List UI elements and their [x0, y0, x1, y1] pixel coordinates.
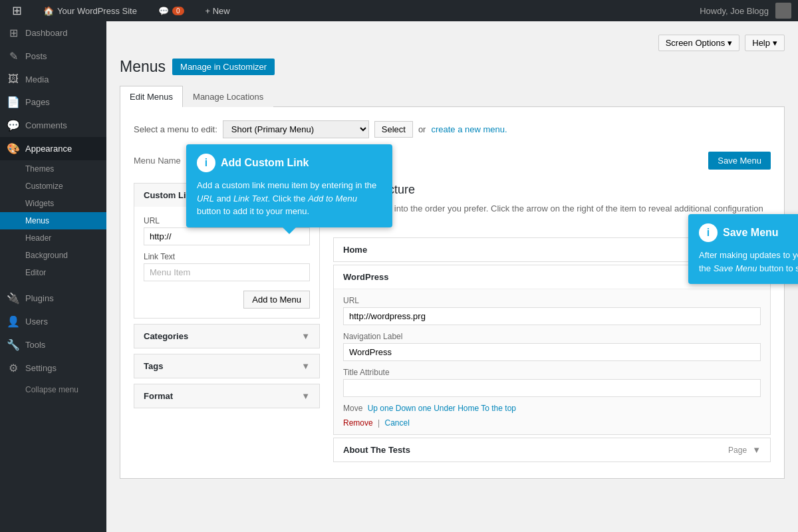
plugins-icon: 🔌: [7, 292, 20, 305]
sidebar-item-posts[interactable]: ✎ Posts: [0, 45, 106, 68]
tools-icon: 🔧: [7, 338, 20, 351]
site-name-button[interactable]: 🏠 Your WordPress Site: [38, 0, 142, 21]
wordpress-nav-label-input[interactable]: [343, 343, 761, 361]
tooltip-save-menu: i Save Menu After making updates to your…: [688, 214, 798, 284]
tooltip-custom-link-icon: i: [197, 154, 215, 172]
sidebar-subitem-menus[interactable]: Menus: [0, 212, 106, 229]
link-text-input[interactable]: [144, 263, 310, 281]
page-title: Menus: [120, 58, 166, 76]
accordion-format: Format ▼: [134, 384, 320, 408]
menu-name-label: Menu Name: [134, 156, 181, 166]
create-new-menu-link[interactable]: create a new menu.: [431, 124, 507, 134]
categories-title: Categories: [144, 331, 188, 341]
sidebar-item-label: Plugins: [25, 293, 54, 303]
remove-link[interactable]: Remove: [343, 418, 373, 428]
sidebar-item-users[interactable]: 👤 Users: [0, 310, 106, 333]
accordion-header-categories[interactable]: Categories ▼: [134, 325, 319, 348]
about-tests-type: Page: [728, 446, 747, 455]
collapse-menu-button[interactable]: Collapse menu: [0, 380, 106, 400]
remove-cancel-row: Remove | Cancel: [343, 418, 761, 428]
sidebar-item-label: Users: [25, 317, 48, 327]
menu-structure-title: Menu Structure: [333, 183, 771, 197]
tab-edit-menus[interactable]: Edit Menus: [120, 86, 183, 107]
sidebar-subitem-editor[interactable]: Editor: [0, 264, 106, 281]
format-title: Format: [144, 391, 173, 401]
tooltip-custom-link-title: i Add Custom Link: [197, 154, 382, 172]
comments-button[interactable]: 💬 0: [153, 0, 190, 21]
sidebar-item-appearance[interactable]: 🎨 Appearance: [0, 137, 106, 160]
tooltip-add-custom-link: i Add Custom Link Add a custom link menu…: [186, 144, 392, 227]
sidebar-item-pages[interactable]: 📄 Pages: [0, 90, 106, 114]
appearance-icon: 🎨: [7, 142, 20, 155]
sidebar-subitem-widgets[interactable]: Widgets: [0, 195, 106, 212]
wordpress-url-input[interactable]: [343, 307, 761, 325]
about-tests-title: About The Tests: [343, 445, 410, 455]
move-up-link[interactable]: Up one: [368, 404, 394, 413]
site-icon: 🏠: [43, 6, 54, 16]
add-to-menu-button[interactable]: Add to Menu: [243, 291, 310, 309]
sidebar-item-dashboard[interactable]: ⊞ Dashboard: [0, 21, 106, 45]
top-bar: Screen Options ▾ Help ▾: [120, 35, 785, 51]
accordion-header-tags[interactable]: Tags ▼: [134, 354, 319, 378]
move-label: Move: [343, 404, 362, 413]
comments-icon: 💬: [158, 6, 169, 16]
sidebar-item-settings[interactable]: ⚙ Settings: [0, 356, 106, 380]
sidebar-item-label: Tools: [25, 340, 45, 350]
move-under-link[interactable]: Under Home: [434, 404, 479, 413]
admin-bar: ⊞ 🏠 Your WordPress Site 💬 0 + New Howdy,…: [0, 0, 798, 21]
sidebar-item-label: Dashboard: [25, 28, 68, 38]
move-down-link[interactable]: Down one: [396, 404, 432, 413]
nav-tabs: Edit Menus Manage Locations: [120, 86, 785, 107]
save-menu-button[interactable]: Save Menu: [708, 152, 771, 170]
tooltip-arrow-icon: [283, 227, 296, 234]
url-field-label: URL: [343, 296, 761, 305]
sidebar-item-label: Comments: [25, 120, 67, 130]
header-label: Header: [25, 233, 51, 243]
tab-manage-locations[interactable]: Manage Locations: [183, 86, 273, 107]
select-menu-button[interactable]: Select: [374, 121, 413, 138]
help-button[interactable]: Help ▾: [745, 35, 785, 51]
wordpress-title-attr-input[interactable]: [343, 379, 761, 397]
sidebar-subitem-background[interactable]: Background: [0, 247, 106, 264]
accordion-arrow-icon: ▼: [301, 391, 310, 401]
editor-label: Editor: [25, 268, 46, 277]
accordion-header-format[interactable]: Format ▼: [134, 384, 319, 408]
accordion-arrow-icon: ▼: [301, 361, 310, 371]
link-text-label: Link Text: [144, 252, 310, 261]
site-name-label: Your WordPress Site: [57, 6, 137, 16]
tooltip-save-menu-body: After making updates to your menu items,…: [699, 249, 798, 275]
customize-label: Customize: [25, 182, 63, 191]
sidebar-item-label: Appearance: [25, 144, 72, 154]
sidebar-item-label: Pages: [25, 97, 50, 107]
menu-item-wordpress: WordPress Custom Link ▲ URL: [333, 265, 771, 435]
dashboard-icon: ⊞: [7, 27, 20, 39]
background-label: Background: [25, 251, 68, 260]
menus-label: Menus: [25, 216, 49, 225]
screen-options-button[interactable]: Screen Options ▾: [658, 35, 740, 51]
cancel-link[interactable]: Cancel: [385, 418, 410, 428]
sidebar-subitem-themes[interactable]: Themes: [0, 160, 106, 178]
sidebar-subitem-header[interactable]: Header: [0, 229, 106, 247]
sidebar-item-media[interactable]: 🖼 Media: [0, 68, 106, 90]
accordion-tags: Tags ▼: [134, 354, 320, 378]
wp-logo-button[interactable]: ⊞: [7, 0, 27, 21]
move-top-link[interactable]: To the top: [481, 404, 516, 413]
select-menu-row: Select a menu to edit: Short (Primary Me…: [134, 120, 771, 138]
new-content-button[interactable]: + New: [200, 0, 235, 21]
sidebar-item-plugins[interactable]: 🔌 Plugins: [0, 287, 106, 310]
sidebar-item-label: Media: [25, 74, 49, 84]
accordion-categories: Categories ▼: [134, 324, 320, 348]
title-attr-form-field: Title Attribute: [343, 368, 761, 397]
manage-customizer-button[interactable]: Manage in Customizer: [172, 59, 275, 75]
pages-icon: 📄: [7, 96, 20, 108]
move-links: Move Up one Down one Under Home To the t…: [343, 404, 761, 413]
sidebar-item-tools[interactable]: 🔧 Tools: [0, 333, 106, 356]
sidebar-subitem-customize[interactable]: Customize: [0, 178, 106, 195]
menu-select-dropdown[interactable]: Short (Primary Menu): [223, 120, 369, 138]
sidebar-item-comments[interactable]: 💬 Comments: [0, 114, 106, 137]
or-text: or: [418, 124, 426, 134]
url-form-field: URL: [343, 296, 761, 325]
accordion-arrow-icon: ▼: [301, 331, 310, 341]
menu-item-about-tests-header[interactable]: About The Tests Page ▼: [334, 438, 770, 462]
main-content: Screen Options ▾ Help ▾ Menus Manage in …: [106, 21, 798, 532]
